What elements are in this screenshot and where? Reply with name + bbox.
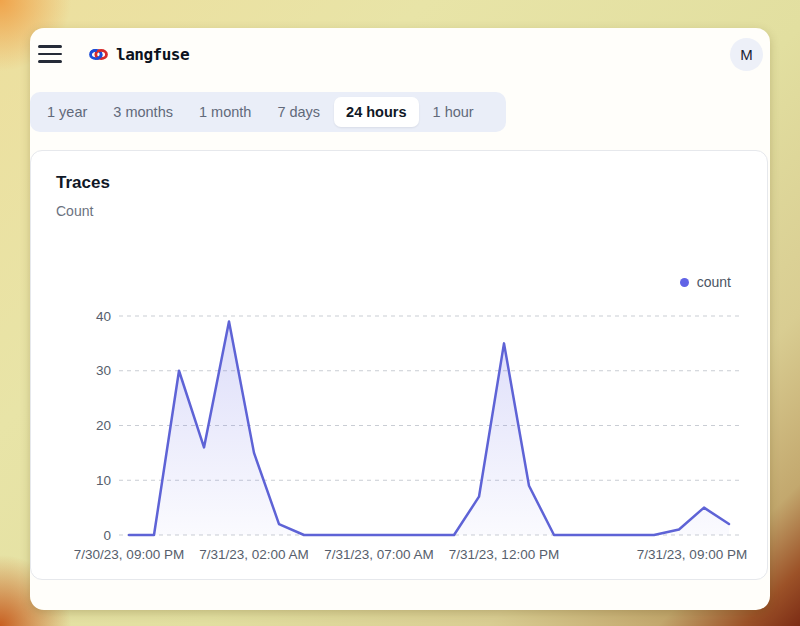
user-avatar[interactable]: M [730, 38, 763, 71]
svg-text:7/31/23, 07:00 AM: 7/31/23, 07:00 AM [324, 547, 434, 562]
tab-1-year[interactable]: 1 year [35, 97, 99, 127]
tab-1-month[interactable]: 1 month [187, 97, 263, 127]
tab-24-hours[interactable]: 24 hours [334, 97, 418, 127]
svg-text:20: 20 [96, 418, 111, 433]
svg-text:30: 30 [96, 363, 111, 378]
tab-3-months[interactable]: 3 months [101, 97, 185, 127]
top-navbar: langfuse M [38, 34, 763, 74]
svg-text:0: 0 [103, 528, 111, 543]
svg-text:7/31/23, 09:00 PM: 7/31/23, 09:00 PM [637, 547, 747, 562]
tab-1-hour[interactable]: 1 hour [421, 97, 486, 127]
svg-text:10: 10 [96, 473, 111, 488]
hamburger-menu-icon[interactable] [38, 44, 64, 64]
svg-text:40: 40 [96, 309, 111, 324]
traces-area-chart[interactable]: 0102030407/30/23, 09:00 PM7/31/23, 02:00… [31, 151, 769, 581]
langfuse-knot-logo-icon [89, 45, 108, 64]
tab-7-days[interactable]: 7 days [265, 97, 332, 127]
time-range-tabbar: 1 year 3 months 1 month 7 days 24 hours … [30, 92, 506, 132]
svg-text:7/30/23, 09:00 PM: 7/30/23, 09:00 PM [74, 547, 184, 562]
brand-name: langfuse [116, 45, 189, 64]
svg-text:7/31/23, 12:00 PM: 7/31/23, 12:00 PM [449, 547, 559, 562]
brand[interactable]: langfuse [89, 45, 189, 64]
gif-frame-border: langfuse M 1 year 3 months 1 month 7 day… [0, 0, 800, 626]
traces-chart-card: Traces Count count 0102030407/30/23, 09:… [30, 150, 768, 580]
app-page: langfuse M 1 year 3 months 1 month 7 day… [30, 28, 770, 610]
svg-text:7/31/23, 02:00 AM: 7/31/23, 02:00 AM [199, 547, 309, 562]
